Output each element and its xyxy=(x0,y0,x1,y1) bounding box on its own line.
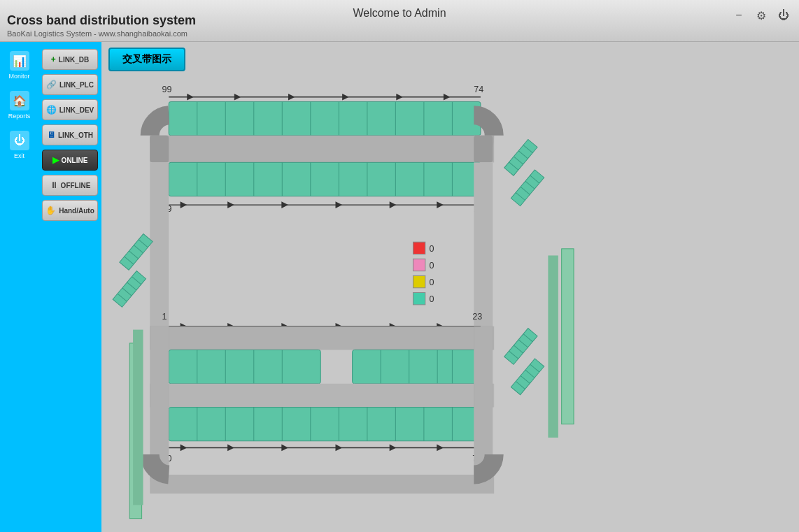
svg-marker-41 xyxy=(437,201,444,208)
minimize-button[interactable]: − xyxy=(730,7,747,24)
title-bar: Cross band distribution system BaoKai Lo… xyxy=(0,0,799,42)
svg-text:23: 23 xyxy=(472,312,482,322)
svg-rect-59 xyxy=(511,359,544,395)
hand-auto-icon: ✋ xyxy=(45,206,56,215)
svg-text:0: 0 xyxy=(430,261,434,271)
link-dev-label: LINK_DEV xyxy=(59,106,94,114)
monitor-icon: 📊 xyxy=(10,51,29,71)
svg-marker-124 xyxy=(437,445,444,452)
link-oth-label: LINK_OTH xyxy=(58,131,93,139)
svg-rect-80 xyxy=(413,293,425,305)
link-plc-button[interactable]: 🔗 LINK_PLC xyxy=(42,74,98,95)
svg-marker-4 xyxy=(342,94,349,101)
settings-button[interactable]: ⚙ xyxy=(753,7,770,24)
link-db-button[interactable]: + LINK_DB xyxy=(42,49,98,70)
monitor-label: Monitor xyxy=(8,73,29,80)
link-plc-label: LINK_PLC xyxy=(59,81,94,89)
svg-marker-119 xyxy=(181,445,188,452)
svg-marker-6 xyxy=(444,94,451,101)
svg-marker-2 xyxy=(234,94,241,101)
svg-text:0: 0 xyxy=(430,278,434,287)
welcome-text: Welcome to Admin xyxy=(353,7,446,20)
online-icon: ▶ xyxy=(52,155,59,165)
exit-icon: ⏻ xyxy=(10,131,29,150)
label-99: 99 xyxy=(162,85,172,94)
sidebar-item-monitor[interactable]: 📊 Monitor xyxy=(0,45,38,85)
svg-marker-39 xyxy=(336,201,343,208)
cross-band-button[interactable]: 交叉带图示 xyxy=(108,48,185,71)
link-db-label: LINK_DB xyxy=(59,56,89,64)
online-label: ONLINE xyxy=(62,157,88,164)
svg-rect-69 xyxy=(120,233,153,270)
svg-text:1: 1 xyxy=(162,312,167,322)
svg-marker-1 xyxy=(187,94,194,101)
svg-rect-104 xyxy=(150,384,494,408)
link-oth-button[interactable]: 🖥 LINK_OTH xyxy=(42,124,98,145)
svg-text:0: 0 xyxy=(430,294,434,304)
reports-icon: 🏠 xyxy=(10,91,29,110)
svg-rect-91 xyxy=(150,326,494,350)
left-sidebar: 📊 Monitor 🏠 Reports ⏻ Exit xyxy=(0,42,38,532)
power-button[interactable]: ⏻ xyxy=(775,7,792,24)
svg-rect-131 xyxy=(562,249,574,424)
svg-rect-49 xyxy=(511,170,544,206)
link-plc-icon: 🔗 xyxy=(46,80,57,89)
svg-marker-5 xyxy=(396,94,403,101)
reports-label: Reports xyxy=(8,113,31,120)
svg-rect-22 xyxy=(169,162,481,196)
svg-rect-64 xyxy=(113,271,146,308)
svg-rect-99 xyxy=(353,350,481,384)
svg-rect-44 xyxy=(504,139,537,175)
app-subtitle: BaoKai Logistics System - www.shanghaiba… xyxy=(7,29,188,38)
svg-rect-133 xyxy=(548,255,558,437)
top-button-area: 交叉带图示 xyxy=(101,42,799,77)
label-74: 74 xyxy=(474,85,483,94)
svg-rect-107 xyxy=(169,408,481,441)
svg-rect-76 xyxy=(413,259,425,271)
offline-button[interactable]: ⏸ OFFLINE xyxy=(42,175,98,196)
hand-auto-button[interactable]: ✋ Hand/Auto xyxy=(42,200,98,221)
svg-rect-129 xyxy=(150,475,494,494)
svg-text:0: 0 xyxy=(430,244,434,254)
svg-rect-132 xyxy=(133,330,143,505)
app-title: Cross band distribution system xyxy=(7,13,196,28)
svg-marker-121 xyxy=(281,445,288,452)
link-buttons-panel: + LINK_DB 🔗 LINK_PLC 🌐 LINK_DEV 🖥 LINK_O… xyxy=(38,42,101,532)
main-area: 📊 Monitor 🏠 Reports ⏻ Exit + LINK_DB 🔗 L… xyxy=(0,42,799,532)
exit-label: Exit xyxy=(14,152,24,159)
offline-icon: ⏸ xyxy=(50,180,58,190)
svg-rect-20 xyxy=(150,136,169,163)
link-db-icon: + xyxy=(51,55,56,64)
online-button[interactable]: ▶ ONLINE xyxy=(42,150,98,171)
sidebar-item-exit[interactable]: ⏻ Exit xyxy=(0,125,38,165)
svg-rect-78 xyxy=(413,275,425,287)
link-oth-icon: 🖥 xyxy=(47,130,55,140)
link-dev-icon: 🌐 xyxy=(46,105,57,115)
svg-marker-122 xyxy=(336,445,343,452)
window-controls: − ⚙ ⏻ xyxy=(730,7,792,24)
svg-rect-94 xyxy=(169,350,320,384)
svg-marker-123 xyxy=(390,445,397,452)
svg-rect-21 xyxy=(474,136,493,163)
svg-rect-8 xyxy=(169,102,481,136)
svg-rect-74 xyxy=(413,242,425,254)
svg-rect-54 xyxy=(504,329,537,365)
svg-rect-19 xyxy=(150,136,494,163)
hand-auto-label: Hand/Auto xyxy=(59,207,94,215)
svg-marker-120 xyxy=(227,445,234,452)
offline-label: OFFLINE xyxy=(61,182,91,189)
svg-marker-3 xyxy=(288,94,295,101)
link-dev-button[interactable]: 🌐 LINK_DEV xyxy=(42,99,98,120)
sidebar-item-reports[interactable]: 🏠 Reports xyxy=(0,85,38,125)
conveyor-diagram: 99 74 xyxy=(101,73,799,532)
svg-marker-40 xyxy=(390,201,397,208)
content-area: 交叉带图示 99 74 xyxy=(101,42,799,532)
svg-marker-37 xyxy=(227,201,234,208)
svg-marker-36 xyxy=(181,201,188,208)
svg-marker-38 xyxy=(281,201,288,208)
